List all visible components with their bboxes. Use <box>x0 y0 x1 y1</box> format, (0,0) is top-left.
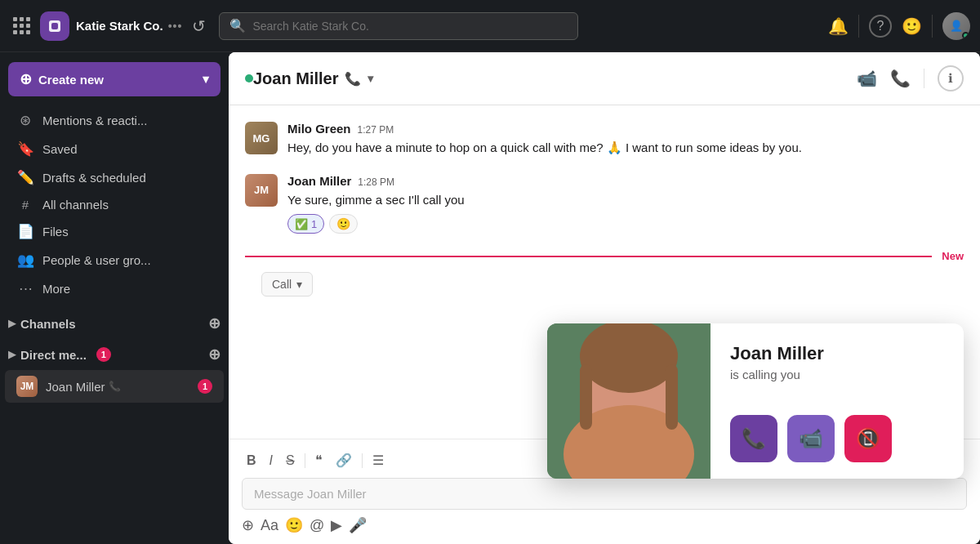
link-button[interactable]: 🔗 <box>331 449 357 471</box>
dm-section-badge: 1 <box>96 347 111 362</box>
topbar: Katie Stark Co. ••• ↺ 🔍 🔔 ? 🙂 👤 <box>0 0 980 52</box>
message-2-reactions: ✅ 1 🙂 <box>287 214 964 234</box>
message-1-text: Hey, do you have a minute to hop on a qu… <box>287 139 964 158</box>
sidebar-item-more[interactable]: ⋯ More <box>5 274 224 303</box>
people-icon: 👥 <box>16 252 34 269</box>
message-2-sender: Joan Miller <box>287 174 351 188</box>
accept-phone-button[interactable]: 📞 <box>730 415 777 462</box>
more-icon: ⋯ <box>16 280 34 297</box>
dm-section: ▶ Direct me... 1 ⊕ <box>0 341 229 368</box>
message-2-time: 1:28 PM <box>358 176 394 188</box>
dm-chevron-icon: ▶ <box>8 349 16 360</box>
emoji-action-button[interactable]: 🙂 <box>285 516 303 534</box>
create-new-button[interactable]: ⊕ Create new ▾ <box>8 62 220 96</box>
saved-icon: 🔖 <box>16 140 34 158</box>
joan-avatar: JM <box>245 174 278 207</box>
accept-video-button[interactable]: 📹 <box>787 415 835 462</box>
call-badge-dropdown-icon: ▾ <box>296 278 302 291</box>
message-2: JM Joan Miller 1:28 PM Ye sure, gimme a … <box>245 174 964 234</box>
contact-phone-icon: 📞 <box>345 71 361 87</box>
dm-section-header[interactable]: ▶ Direct me... 1 ⊕ <box>0 341 229 368</box>
phone-call-icon[interactable]: 📞 <box>890 69 911 88</box>
call-badge-label: Call <box>272 278 292 291</box>
message-1-header: Milo Green 1:27 PM <box>287 122 964 136</box>
dm-add-icon[interactable]: ⊕ <box>208 346 220 363</box>
caller-status: is calling you <box>730 368 944 381</box>
list-button[interactable]: ☰ <box>368 449 389 471</box>
call-badge[interactable]: Call ▾ <box>261 272 313 297</box>
reaction-checkmark[interactable]: ✅ 1 <box>287 214 324 234</box>
sidebar-item-saved[interactable]: 🔖 Saved <box>5 135 224 163</box>
message-actions: ⊕ Aa 🙂 @ ▶ 🎤 <box>242 516 967 534</box>
sidebar-item-mentions-label: Mentions & reacti... <box>42 114 147 127</box>
channels-add-icon[interactable]: ⊕ <box>208 314 220 332</box>
contact-dropdown-icon[interactable]: ▾ <box>368 72 373 85</box>
dm-item-joan-miller[interactable]: JM Joan Miller 📞 1 <box>5 370 224 403</box>
video-call-icon[interactable]: 📹 <box>857 69 877 88</box>
message-1-content: Milo Green 1:27 PM Hey, do you have a mi… <box>287 122 964 158</box>
gif-button[interactable]: ▶ <box>331 516 342 534</box>
decline-call-button[interactable]: 📵 <box>844 415 892 462</box>
chat-header: Joan Miller 📞 ▾ 📹 📞 ℹ <box>229 52 980 105</box>
call-actions: 📞 📹 📵 <box>730 415 944 462</box>
italic-button[interactable]: I <box>265 450 278 471</box>
channels-section: ▶ Channels ⊕ <box>0 310 229 337</box>
user-avatar[interactable]: 👤 <box>942 12 970 40</box>
call-popup-info: Joan Miller is calling you 📞 📹 📵 <box>710 323 964 479</box>
search-bar[interactable]: 🔍 <box>219 12 578 40</box>
message-input-box[interactable]: Message Joan Miller <box>242 478 967 510</box>
sidebar-item-more-label: More <box>42 282 70 296</box>
channels-chevron-icon: ▶ <box>8 318 16 329</box>
sidebar-item-mentions[interactable]: ⊛ Mentions & reacti... <box>5 106 224 135</box>
history-icon[interactable]: ↺ <box>192 16 206 36</box>
info-button[interactable]: ℹ <box>938 65 964 91</box>
sidebar-item-saved-label: Saved <box>42 142 78 156</box>
create-new-plus-icon: ⊕ <box>20 70 32 88</box>
at-mention-button[interactable]: @ <box>310 517 324 534</box>
svg-rect-7 <box>666 364 678 430</box>
sidebar-item-all-channels-label: All channels <box>42 198 109 212</box>
caller-photo <box>547 323 710 479</box>
sidebar-item-people[interactable]: 👥 People & user gro... <box>5 246 224 274</box>
drafts-icon: ✏️ <box>16 169 34 186</box>
topbar-right: 🔔 ? 🙂 👤 <box>828 12 970 40</box>
call-area: Call ▾ <box>245 272 964 306</box>
add-action-button[interactable]: ⊕ <box>242 516 254 534</box>
main-wrapper: Joan Miller 📞 ▾ 📹 📞 ℹ MG <box>229 52 980 544</box>
sidebar-item-files-label: Files <box>42 225 69 239</box>
workspace-name[interactable]: Katie Stark Co. ••• <box>76 19 182 33</box>
header-divider <box>924 69 924 88</box>
files-icon: 📄 <box>16 223 34 240</box>
notifications-icon[interactable]: 🔔 <box>828 16 849 36</box>
text-format-button[interactable]: Aa <box>261 517 278 534</box>
topbar-divider-2 <box>932 15 933 38</box>
quote-button[interactable]: ❝ <box>310 449 327 471</box>
all-channels-icon: # <box>16 198 34 212</box>
chat-header-actions: 📹 📞 ℹ <box>857 65 964 91</box>
audio-button[interactable]: 🎤 <box>349 516 367 534</box>
sidebar: ⊕ Create new ▾ ⊛ Mentions & reacti... 🔖 … <box>0 52 229 544</box>
strikethrough-button[interactable]: S <box>281 450 300 471</box>
app-grid-icon[interactable] <box>10 14 33 38</box>
dm-joan-badge: 1 <box>198 379 212 394</box>
message-2-content: Joan Miller 1:28 PM Ye sure, gimme a sec… <box>287 174 964 234</box>
chat-contact-name: Joan Miller 📞 ▾ <box>253 69 373 88</box>
message-1: MG Milo Green 1:27 PM Hey, do you have a… <box>245 122 964 158</box>
sidebar-item-drafts[interactable]: ✏️ Drafts & scheduled <box>5 163 224 192</box>
search-input[interactable] <box>252 20 568 33</box>
add-reaction-button[interactable]: 🙂 <box>329 214 358 234</box>
caller-name: Joan Miller <box>730 343 944 364</box>
message-1-time: 1:27 PM <box>358 124 394 136</box>
contact-online-indicator <box>245 74 253 82</box>
emoji-icon[interactable]: 🙂 <box>902 16 922 36</box>
new-label: New <box>942 250 964 262</box>
channels-section-label: Channels <box>20 317 76 331</box>
topbar-divider-1 <box>858 15 859 38</box>
bold-button[interactable]: B <box>242 450 261 471</box>
sidebar-item-all-channels[interactable]: # All channels <box>5 192 224 217</box>
help-icon[interactable]: ? <box>869 15 892 38</box>
sidebar-item-files[interactable]: 📄 Files <box>5 217 224 246</box>
create-new-label: Create new <box>38 73 104 87</box>
channels-section-header[interactable]: ▶ Channels ⊕ <box>0 310 229 337</box>
svg-rect-6 <box>580 364 592 430</box>
